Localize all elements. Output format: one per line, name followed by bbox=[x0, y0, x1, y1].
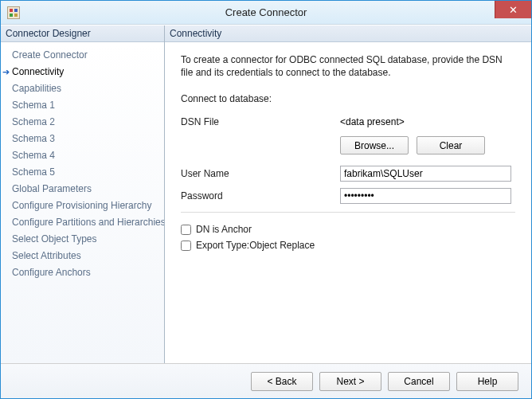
dsn-row: DSN File <data present> bbox=[181, 114, 515, 130]
dn-anchor-row: DN is Anchor bbox=[181, 224, 515, 235]
nav-item-configure-partitions-and-hierarchies[interactable]: Configure Partitions and Hierarchies bbox=[1, 214, 164, 231]
password-label: Password bbox=[181, 190, 340, 201]
nav-item-schema-4[interactable]: Schema 4 bbox=[1, 147, 164, 164]
dn-anchor-checkbox[interactable] bbox=[181, 225, 191, 235]
nav-item-connectivity[interactable]: ➔Connectivity bbox=[1, 64, 164, 80]
nav-item-capabilities[interactable]: Capabilities bbox=[1, 80, 164, 97]
nav-item-label: Connectivity bbox=[12, 65, 64, 79]
password-input[interactable] bbox=[340, 188, 511, 204]
nav-item-label: Configure Anchors bbox=[12, 266, 91, 280]
back-button[interactable]: < Back bbox=[251, 372, 313, 391]
nav-item-configure-provisioning-hierarchy[interactable]: Configure Provisioning Hierarchy bbox=[1, 198, 164, 214]
nav-item-label: Schema 3 bbox=[12, 132, 55, 146]
nav-item-label: Create Connector bbox=[12, 49, 88, 62]
username-row: User Name bbox=[181, 166, 515, 182]
nav-item-schema-5[interactable]: Schema 5 bbox=[1, 164, 164, 181]
username-input[interactable] bbox=[340, 166, 511, 182]
nav-item-label: Capabilities bbox=[12, 82, 61, 96]
divider bbox=[181, 212, 515, 213]
next-button[interactable]: Next > bbox=[319, 372, 381, 391]
nav-item-schema-2[interactable]: Schema 2 bbox=[1, 114, 164, 131]
cancel-button[interactable]: Cancel bbox=[388, 372, 450, 391]
description-text: To create a connector for ODBC connected… bbox=[181, 53, 515, 79]
password-row: Password bbox=[181, 188, 515, 204]
nav-item-label: Configure Partitions and Hierarchies bbox=[12, 216, 164, 229]
nav-item-label: Schema 5 bbox=[12, 166, 55, 179]
help-button[interactable]: Help bbox=[456, 372, 518, 391]
clear-button[interactable]: Clear bbox=[417, 136, 485, 155]
nav-list: Create Connector➔ConnectivityCapabilitie… bbox=[1, 42, 164, 363]
section-label: Connect to database: bbox=[181, 93, 515, 104]
sidebar-header: Connector Designer bbox=[1, 25, 164, 42]
nav-item-label: Select Attributes bbox=[12, 249, 81, 263]
nav-item-label: Schema 2 bbox=[12, 115, 55, 129]
nav-item-schema-1[interactable]: Schema 1 bbox=[1, 97, 164, 114]
footer: < Back Next > Cancel Help bbox=[1, 363, 531, 398]
arrow-icon: ➔ bbox=[2, 65, 12, 79]
export-type-checkbox[interactable] bbox=[181, 241, 191, 251]
close-button[interactable]: ✕ bbox=[495, 1, 531, 18]
dsn-label: DSN File bbox=[181, 116, 340, 127]
nav-item-select-object-types[interactable]: Select Object Types bbox=[1, 231, 164, 248]
nav-item-label: Global Parameters bbox=[12, 182, 92, 196]
export-type-label: Export Type:Object Replace bbox=[196, 240, 315, 251]
browse-button[interactable]: Browse... bbox=[340, 136, 409, 155]
nav-item-create-connector[interactable]: Create Connector bbox=[1, 47, 164, 64]
main-header: Connectivity bbox=[165, 25, 531, 42]
dsn-button-row: Browse... Clear bbox=[340, 136, 515, 155]
nav-item-configure-anchors[interactable]: Configure Anchors bbox=[1, 264, 164, 281]
nav-item-label: Schema 4 bbox=[12, 149, 55, 162]
dialog-body: Connector Designer Create Connector➔Conn… bbox=[1, 25, 531, 363]
username-label: User Name bbox=[181, 168, 340, 179]
dialog-window: Create Connector ✕ Connector Designer Cr… bbox=[0, 0, 532, 399]
nav-item-schema-3[interactable]: Schema 3 bbox=[1, 131, 164, 147]
nav-item-global-parameters[interactable]: Global Parameters bbox=[1, 181, 164, 198]
dn-anchor-label: DN is Anchor bbox=[196, 224, 252, 235]
content-area: To create a connector for ODBC connected… bbox=[165, 42, 531, 363]
nav-item-label: Configure Provisioning Hierarchy bbox=[12, 199, 151, 213]
export-type-row: Export Type:Object Replace bbox=[181, 240, 515, 251]
sidebar: Connector Designer Create Connector➔Conn… bbox=[1, 25, 165, 363]
dsn-value: <data present> bbox=[340, 116, 515, 127]
nav-item-label: Schema 1 bbox=[12, 99, 55, 112]
nav-item-select-attributes[interactable]: Select Attributes bbox=[1, 248, 164, 264]
window-title: Create Connector bbox=[1, 6, 531, 18]
titlebar[interactable]: Create Connector ✕ bbox=[1, 1, 531, 25]
main-panel: Connectivity To create a connector for O… bbox=[165, 25, 531, 363]
nav-item-label: Select Object Types bbox=[12, 233, 97, 246]
